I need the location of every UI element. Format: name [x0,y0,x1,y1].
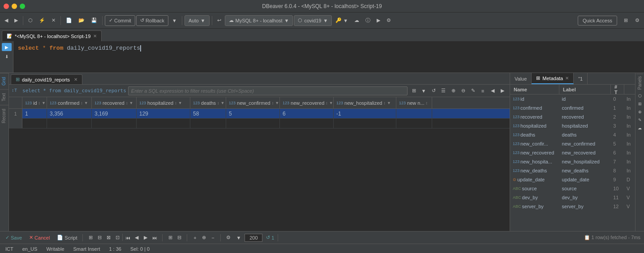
record-tab[interactable]: Record [0,105,9,127]
meta-row-new-recovered[interactable]: 123new_recovered new_recovered 6 In [510,148,635,157]
results-tab-close[interactable]: ✕ [74,77,77,82]
limit-input[interactable] [245,234,262,242]
panels-label[interactable]: Panels [636,74,643,92]
col-header-hospitalized[interactable]: 123 hospitalized ↕ ▼ [137,97,190,108]
row-size-btn[interactable]: ⊠ [104,234,112,242]
script-button[interactable]: 📄 Script [55,234,79,241]
panel-btn-4[interactable]: ✎ [636,116,644,124]
toolbar-btn-refresh-db[interactable]: ☁ [352,15,362,26]
panel-btn-2[interactable]: ⊞ [636,100,644,108]
editor-tab-close[interactable]: ✕ [93,34,97,39]
close-button[interactable] [4,4,9,9]
table-row[interactable]: 1 1 3,356 3,169 129 58 5 6 -1 [9,109,510,119]
grid-tab[interactable]: Grid [0,73,9,89]
toolbar-btn-transaction[interactable]: ▼ [169,15,180,26]
cell-confirmed-1[interactable]: 3,356 [47,109,92,118]
meta-row-new-deaths[interactable]: 123new_deaths new_deaths 8 In [510,166,635,175]
traffic-lights[interactable] [4,4,25,9]
toolbar-btn-disconnect[interactable]: ✕ [49,15,58,26]
settings-btn[interactable]: ⚙ [224,234,232,242]
meta-row-new-hospitalized[interactable]: 123new_hospita... new_hospitalized 7 In [510,157,635,166]
filter-expand-btn[interactable]: ⊞ [409,86,418,95]
grid-rows-area[interactable]: 1 1 3,356 3,169 129 58 5 6 -1 [9,109,510,231]
toolbar-btn-window[interactable]: ⊞ [621,15,631,26]
toolbar-btn-more[interactable]: ⚙ [384,15,394,26]
meta-row-server-by[interactable]: ABCserver_by server_by 12 V [510,202,635,211]
toolbar-btn-open[interactable]: 📂 [76,15,87,26]
metadata-tab[interactable]: ⊞ Metadata ✕ [532,73,574,84]
col-header-recovered[interactable]: 123 recovered ↕ ▼ [92,97,137,108]
filter-history[interactable]: ≡ [478,86,487,95]
id-filter-icon[interactable]: ▼ [42,101,46,105]
filter-refresh-btn[interactable]: ↺ [429,86,438,95]
cell-recovered-1[interactable]: 3,169 [92,109,137,118]
meta-row-recovered[interactable]: 123recovered recovered 2 In [510,112,635,121]
cancel-button[interactable]: ✕ Cancel [27,234,52,241]
toolbar-btn-nav-forward[interactable]: ▶ [12,15,21,26]
maximize-button[interactable] [20,4,25,9]
auto-commit-dropdown[interactable]: Auto ▼ [185,15,210,26]
col-header-id[interactable]: 123 id ↕ ▼ [22,97,47,108]
sql-editor[interactable]: select * from daily_covid19_reports [13,41,644,73]
filter-nav-left[interactable]: ◀ [488,86,497,95]
explain-button[interactable]: ⬇ [2,52,12,60]
database-dropdown[interactable]: ⬡ covid19 ▼ [294,15,332,26]
metadata-tab-close[interactable]: ✕ [565,76,569,81]
meta-row-confirmed[interactable]: 123confirmed confirmed 1 In [510,103,635,112]
refresh-count[interactable]: ↺ 1 [266,235,274,240]
meta-row-update-date[interactable]: ⊙update_date update_date 9 D [510,175,635,184]
col-header-new-confirmed[interactable]: 123 new_confirmed ↕ ▼ [226,97,280,108]
cell-deaths-1[interactable]: 58 [190,109,226,118]
col-header-deaths[interactable]: 123 deaths ↕ ▼ [190,97,226,108]
copy-btn[interactable]: ⊞ [166,234,174,242]
toolbar-btn-new-script[interactable]: 📄 [63,15,75,26]
col-header-new-hospitalized[interactable]: 123 new_hospitalized ↕ ▼ [334,97,396,108]
first-row-btn[interactable]: ⏮ [124,234,132,242]
toolbar-btn-undo[interactable]: ↩ [215,15,224,26]
metadata-scroll[interactable]: 123id id 0 In 123confirmed confirmed 1 I… [510,94,635,231]
editor-tab[interactable]: 📝 *<MySQL 8+ - localhost> Script-19 ✕ [2,30,102,41]
row-size-btn2[interactable]: ⊡ [113,234,121,242]
toolbar-btn-connect[interactable]: ⚡ [36,15,48,26]
filter-remove-filter[interactable]: ⊖ [459,86,468,95]
add-row-btn[interactable]: + [191,234,199,242]
minimize-button[interactable] [12,4,17,9]
filter-input[interactable] [128,86,408,95]
filter-sort-btn[interactable]: ▼ [419,86,428,95]
col-layout-btn[interactable]: ⊟ [95,234,103,242]
meta-row-deaths[interactable]: 123deaths deaths 4 In [510,130,635,139]
last-row-btn[interactable]: ⏭ [150,234,159,242]
connection-dropdown[interactable]: ☁ MySQL 8+ - localhost ▼ [225,15,293,26]
meta-row-id[interactable]: 123id id 0 In [510,94,635,103]
copy-row-btn[interactable]: ⊕ [200,234,208,242]
extra-tab[interactable]: "1 [574,73,588,84]
rollback-button[interactable]: ↺ Rollback [136,15,168,26]
toolbar-btn-nav-back[interactable]: ◀ [2,15,11,26]
cell-id-1[interactable]: 1 [22,109,47,118]
filter-col-btn[interactable]: ☰ [439,86,448,95]
col-header-new-recovered[interactable]: 123 new_recovered ↕ ▼ [280,97,334,108]
cell-new-recovered-1[interactable]: 6 [280,109,334,118]
value-tab[interactable]: Value [510,73,532,84]
toolbar-btn-db[interactable]: ⬡ [26,15,35,26]
toolbar-btn-save-script[interactable]: 💾 [88,15,100,26]
remove-row-btn[interactable]: − [209,234,217,242]
toolbar-btn-info[interactable]: ⓘ [363,15,373,26]
cell-new-d-1[interactable] [396,109,432,118]
paste-btn[interactable]: ⊟ [175,234,183,242]
prev-row-btn[interactable]: ◀ [133,234,141,242]
save-button[interactable]: ✓ Save [4,234,24,241]
id-sort-icon[interactable]: ↕ [39,101,41,105]
results-main-tab[interactable]: ⊞ daily_covid19_reports ✕ [11,74,82,84]
toolbar-btn-schema[interactable]: 🔑 ▼ [333,15,351,26]
meta-row-new-confirmed[interactable]: 123new_confir... new_confirmed 5 In [510,139,635,148]
panel-btn-3[interactable]: ⊕ [636,108,644,116]
meta-row-dev-by[interactable]: ABCdev_by dev_by 11 V [510,193,635,202]
toolbar-btn-script-run[interactable]: ▶ [374,15,383,26]
commit-button[interactable]: ✓ Commit [105,15,135,26]
panel-btn-5[interactable]: ☁ [636,124,644,132]
col-header-confirmed[interactable]: 123 confirmed ↕ ▼ [47,97,92,108]
toolbar-btn-gear[interactable]: ⚙ [632,15,642,26]
run-button[interactable]: ▶ [2,43,12,51]
meta-row-source[interactable]: ABCsource source 10 V [510,184,635,193]
